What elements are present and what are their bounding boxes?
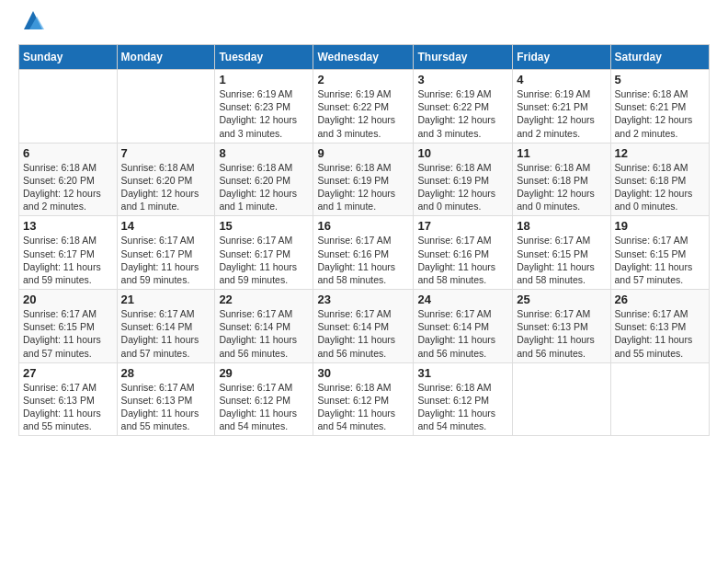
day-info: Sunrise: 6:17 AM Sunset: 6:14 PM Dayligh… (417, 307, 508, 360)
day-number: 11 (517, 146, 606, 160)
calendar-cell: 27Sunrise: 6:17 AM Sunset: 6:13 PM Dayli… (19, 362, 118, 436)
calendar-cell: 3Sunrise: 6:19 AM Sunset: 6:22 PM Daylig… (414, 70, 513, 144)
day-number: 30 (317, 366, 409, 380)
day-info: Sunrise: 6:18 AM Sunset: 6:21 PM Dayligh… (615, 87, 705, 140)
calendar-cell: 5Sunrise: 6:18 AM Sunset: 6:21 PM Daylig… (610, 70, 709, 144)
week-row-5: 27Sunrise: 6:17 AM Sunset: 6:13 PM Dayli… (19, 362, 710, 436)
day-number: 15 (219, 219, 309, 233)
logo (18, 15, 46, 33)
calendar-cell (513, 362, 610, 436)
day-number: 2 (317, 73, 409, 86)
calendar-cell: 7Sunrise: 6:18 AM Sunset: 6:20 PM Daylig… (117, 143, 215, 216)
day-info: Sunrise: 6:18 AM Sunset: 6:12 PM Dayligh… (417, 381, 508, 433)
calendar-cell: 25Sunrise: 6:17 AM Sunset: 6:13 PM Dayli… (513, 290, 610, 363)
day-number: 17 (417, 219, 508, 233)
day-number: 5 (615, 73, 705, 86)
calendar-cell: 8Sunrise: 6:18 AM Sunset: 6:20 PM Daylig… (215, 143, 313, 216)
calendar-cell: 13Sunrise: 6:18 AM Sunset: 6:17 PM Dayli… (19, 216, 118, 290)
calendar-cell: 20Sunrise: 6:17 AM Sunset: 6:15 PM Dayli… (19, 290, 118, 363)
day-info: Sunrise: 6:18 AM Sunset: 6:12 PM Dayligh… (317, 381, 409, 433)
weekday-thursday: Thursday (414, 45, 513, 70)
day-info: Sunrise: 6:17 AM Sunset: 6:15 PM Dayligh… (517, 234, 606, 286)
day-info: Sunrise: 6:17 AM Sunset: 6:13 PM Dayligh… (23, 381, 113, 433)
header (18, 15, 710, 33)
calendar-cell (19, 70, 118, 144)
calendar-cell: 21Sunrise: 6:17 AM Sunset: 6:14 PM Dayli… (117, 290, 215, 363)
day-info: Sunrise: 6:18 AM Sunset: 6:19 PM Dayligh… (317, 161, 409, 213)
week-row-3: 13Sunrise: 6:18 AM Sunset: 6:17 PM Dayli… (19, 216, 710, 290)
day-info: Sunrise: 6:18 AM Sunset: 6:18 PM Dayligh… (615, 161, 705, 213)
day-info: Sunrise: 6:17 AM Sunset: 6:15 PM Dayligh… (615, 234, 705, 286)
day-info: Sunrise: 6:17 AM Sunset: 6:16 PM Dayligh… (317, 234, 409, 286)
weekday-header-row: SundayMondayTuesdayWednesdayThursdayFrid… (19, 45, 710, 70)
weekday-tuesday: Tuesday (215, 45, 313, 70)
day-info: Sunrise: 6:17 AM Sunset: 6:14 PM Dayligh… (317, 307, 409, 360)
calendar-cell: 9Sunrise: 6:18 AM Sunset: 6:19 PM Daylig… (313, 143, 414, 216)
day-info: Sunrise: 6:17 AM Sunset: 6:15 PM Dayligh… (23, 307, 113, 360)
day-info: Sunrise: 6:17 AM Sunset: 6:17 PM Dayligh… (121, 234, 211, 286)
page: SundayMondayTuesdayWednesdayThursdayFrid… (0, 0, 728, 563)
day-info: Sunrise: 6:17 AM Sunset: 6:14 PM Dayligh… (219, 307, 309, 360)
day-number: 9 (317, 146, 409, 160)
calendar-cell: 11Sunrise: 6:18 AM Sunset: 6:18 PM Dayli… (513, 143, 610, 216)
week-row-4: 20Sunrise: 6:17 AM Sunset: 6:15 PM Dayli… (19, 290, 710, 363)
calendar-cell: 23Sunrise: 6:17 AM Sunset: 6:14 PM Dayli… (313, 290, 414, 363)
day-number: 12 (615, 146, 705, 160)
calendar-cell: 15Sunrise: 6:17 AM Sunset: 6:17 PM Dayli… (215, 216, 313, 290)
calendar-cell: 29Sunrise: 6:17 AM Sunset: 6:12 PM Dayli… (215, 362, 313, 436)
day-number: 31 (417, 366, 508, 380)
day-number: 26 (615, 293, 705, 306)
day-number: 24 (417, 293, 508, 306)
week-row-2: 6Sunrise: 6:18 AM Sunset: 6:20 PM Daylig… (19, 143, 710, 216)
weekday-wednesday: Wednesday (313, 45, 414, 70)
calendar-cell: 18Sunrise: 6:17 AM Sunset: 6:15 PM Dayli… (513, 216, 610, 290)
calendar-cell: 28Sunrise: 6:17 AM Sunset: 6:13 PM Dayli… (117, 362, 215, 436)
day-info: Sunrise: 6:19 AM Sunset: 6:22 PM Dayligh… (417, 87, 508, 140)
week-row-1: 1Sunrise: 6:19 AM Sunset: 6:23 PM Daylig… (19, 70, 710, 144)
calendar-cell: 4Sunrise: 6:19 AM Sunset: 6:21 PM Daylig… (513, 70, 610, 144)
calendar-cell: 19Sunrise: 6:17 AM Sunset: 6:15 PM Dayli… (610, 216, 709, 290)
logo-icon (20, 7, 46, 33)
weekday-friday: Friday (513, 45, 610, 70)
day-number: 7 (121, 146, 211, 160)
calendar-cell: 10Sunrise: 6:18 AM Sunset: 6:19 PM Dayli… (414, 143, 513, 216)
day-number: 27 (23, 366, 113, 380)
calendar-cell: 22Sunrise: 6:17 AM Sunset: 6:14 PM Dayli… (215, 290, 313, 363)
calendar-cell: 14Sunrise: 6:17 AM Sunset: 6:17 PM Dayli… (117, 216, 215, 290)
calendar-cell: 26Sunrise: 6:17 AM Sunset: 6:13 PM Dayli… (610, 290, 709, 363)
day-info: Sunrise: 6:18 AM Sunset: 6:20 PM Dayligh… (23, 161, 113, 213)
day-number: 1 (219, 73, 309, 86)
day-info: Sunrise: 6:17 AM Sunset: 6:16 PM Dayligh… (417, 234, 508, 286)
day-number: 19 (615, 219, 705, 233)
calendar-cell: 2Sunrise: 6:19 AM Sunset: 6:22 PM Daylig… (313, 70, 414, 144)
calendar-cell: 16Sunrise: 6:17 AM Sunset: 6:16 PM Dayli… (313, 216, 414, 290)
day-number: 8 (219, 146, 309, 160)
day-info: Sunrise: 6:17 AM Sunset: 6:17 PM Dayligh… (219, 234, 309, 286)
day-info: Sunrise: 6:19 AM Sunset: 6:23 PM Dayligh… (219, 87, 309, 140)
calendar-cell: 6Sunrise: 6:18 AM Sunset: 6:20 PM Daylig… (19, 143, 118, 216)
calendar-cell: 30Sunrise: 6:18 AM Sunset: 6:12 PM Dayli… (313, 362, 414, 436)
day-info: Sunrise: 6:17 AM Sunset: 6:13 PM Dayligh… (517, 307, 606, 360)
calendar-cell: 24Sunrise: 6:17 AM Sunset: 6:14 PM Dayli… (414, 290, 513, 363)
day-number: 16 (317, 219, 409, 233)
day-info: Sunrise: 6:17 AM Sunset: 6:12 PM Dayligh… (219, 381, 309, 433)
calendar-cell: 17Sunrise: 6:17 AM Sunset: 6:16 PM Dayli… (414, 216, 513, 290)
day-info: Sunrise: 6:19 AM Sunset: 6:22 PM Dayligh… (317, 87, 409, 140)
day-number: 23 (317, 293, 409, 306)
day-number: 29 (219, 366, 309, 380)
day-info: Sunrise: 6:17 AM Sunset: 6:13 PM Dayligh… (121, 381, 211, 433)
day-number: 21 (121, 293, 211, 306)
day-number: 18 (517, 219, 606, 233)
calendar-cell: 31Sunrise: 6:18 AM Sunset: 6:12 PM Dayli… (414, 362, 513, 436)
calendar-table: SundayMondayTuesdayWednesdayThursdayFrid… (18, 44, 710, 436)
weekday-monday: Monday (117, 45, 215, 70)
day-number: 20 (23, 293, 113, 306)
day-info: Sunrise: 6:18 AM Sunset: 6:17 PM Dayligh… (23, 234, 113, 286)
day-number: 4 (517, 73, 606, 86)
day-number: 22 (219, 293, 309, 306)
day-number: 3 (417, 73, 508, 86)
day-number: 25 (517, 293, 606, 306)
day-number: 14 (121, 219, 211, 233)
day-info: Sunrise: 6:18 AM Sunset: 6:19 PM Dayligh… (417, 161, 508, 213)
calendar-cell: 12Sunrise: 6:18 AM Sunset: 6:18 PM Dayli… (610, 143, 709, 216)
